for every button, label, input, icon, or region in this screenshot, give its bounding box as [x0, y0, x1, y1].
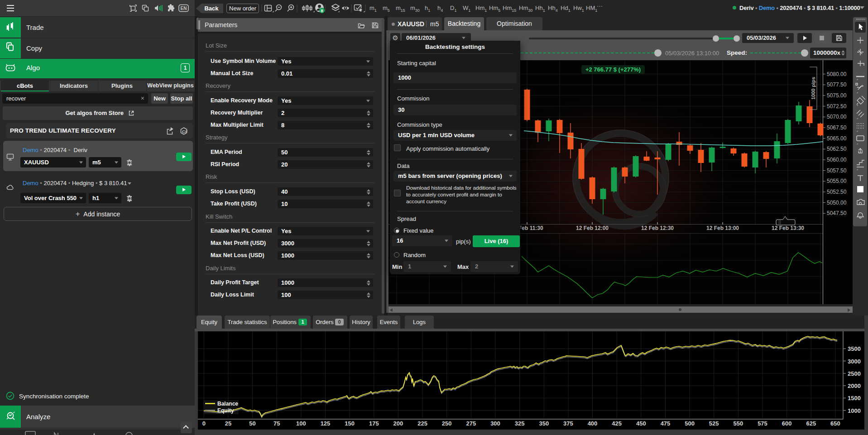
svg-text:425: 425 — [612, 420, 622, 427]
svg-text:275: 275 — [466, 420, 476, 427]
svg-text:5052.50: 5052.50 — [827, 189, 847, 195]
svg-text:5080.00: 5080.00 — [827, 71, 847, 77]
svg-text:375: 375 — [563, 420, 573, 427]
svg-text:5075.00: 5075.00 — [827, 92, 847, 99]
svg-text:100: 100 — [296, 420, 306, 427]
svg-text:5047.50: 5047.50 — [827, 210, 847, 216]
svg-text:1000 pips: 1000 pips — [810, 77, 816, 100]
svg-text:8: 8 — [321, 9, 323, 13]
svg-text:600: 600 — [782, 420, 792, 427]
svg-text:3500: 3500 — [848, 345, 861, 352]
svg-text:150: 150 — [345, 420, 355, 427]
svg-text:475: 475 — [661, 420, 671, 427]
svg-text:525: 525 — [709, 420, 719, 427]
svg-text:5062.50: 5062.50 — [827, 146, 847, 152]
svg-text:Equity: Equity — [217, 407, 234, 414]
svg-text:75: 75 — [273, 420, 280, 427]
svg-text:5050.00: 5050.00 — [827, 200, 847, 206]
svg-text:5055.00: 5055.00 — [827, 178, 847, 184]
svg-text:Balance: Balance — [217, 401, 238, 407]
svg-text:450: 450 — [636, 420, 646, 427]
svg-text:350: 350 — [539, 420, 549, 427]
svg-text:1000: 1000 — [848, 407, 861, 414]
svg-text:50: 50 — [249, 420, 255, 427]
svg-text:12 Feb 13:30: 12 Feb 13:30 — [772, 225, 804, 231]
svg-text:500: 500 — [685, 420, 695, 427]
svg-text:5072.50: 5072.50 — [827, 103, 847, 110]
svg-text:5070.00: 5070.00 — [827, 114, 847, 120]
svg-text:2000: 2000 — [848, 382, 861, 389]
svg-text:200: 200 — [393, 420, 403, 427]
svg-text:400: 400 — [588, 420, 598, 427]
svg-text:12 Feb 12:00: 12 Feb 12:00 — [576, 225, 609, 231]
svg-text:12 Feb 12:30: 12 Feb 12:30 — [641, 225, 674, 231]
svg-text:625: 625 — [806, 420, 816, 427]
svg-text:5057.50: 5057.50 — [827, 167, 847, 174]
svg-text:12 Feb 13:00: 12 Feb 13:00 — [706, 225, 739, 231]
svg-text:25: 25 — [225, 420, 231, 427]
svg-text:125: 125 — [321, 420, 331, 427]
svg-text:225: 225 — [417, 420, 427, 427]
svg-text:5065.00: 5065.00 — [827, 135, 847, 142]
svg-text:0: 0 — [202, 420, 206, 427]
svg-text:EN: EN — [181, 6, 187, 11]
svg-text:575: 575 — [758, 420, 767, 427]
svg-text:325: 325 — [515, 420, 525, 427]
svg-text:+2 766.77 $ (+277%): +2 766.77 $ (+277%) — [585, 66, 641, 73]
svg-text:2500: 2500 — [848, 370, 861, 377]
svg-text:300: 300 — [490, 420, 500, 427]
svg-text:550: 550 — [734, 420, 743, 427]
svg-text:3000: 3000 — [848, 358, 861, 365]
svg-text:250: 250 — [442, 420, 452, 427]
svg-text:175: 175 — [369, 420, 379, 427]
svg-text:5067.50: 5067.50 — [827, 124, 847, 131]
svg-text:1500: 1500 — [848, 395, 861, 402]
svg-text:5060.00: 5060.00 — [827, 157, 847, 163]
svg-text:C#: C# — [182, 129, 188, 134]
svg-text:650: 650 — [830, 420, 840, 427]
svg-text:5077.50: 5077.50 — [827, 81, 847, 88]
